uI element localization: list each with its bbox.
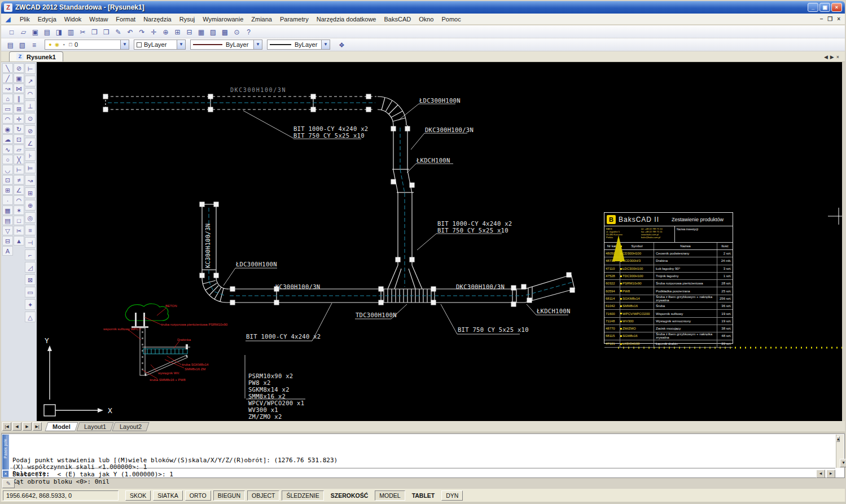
dim-edit-icon[interactable]: ≡ <box>25 225 36 235</box>
color-picker-icon[interactable]: ❖ <box>336 40 348 50</box>
save-icon[interactable]: ▣ <box>29 27 41 37</box>
chevron-down-icon[interactable]: ▼ <box>177 40 185 49</box>
wipeout-icon[interactable]: ▽ <box>2 226 13 235</box>
layout-nav-icon[interactable]: ▶| <box>33 422 42 431</box>
status-toggle-button[interactable]: SKOK <box>125 490 151 501</box>
dim-radius-icon[interactable]: ⊙ <box>25 113 36 124</box>
make-block-icon[interactable]: ⊞ <box>2 185 13 195</box>
elbow-top-right[interactable] <box>378 97 406 125</box>
dim-leader-icon[interactable]: ⊞ <box>25 187 36 198</box>
scroll-right-icon[interactable]: ▶ <box>826 470 835 478</box>
command-prompt[interactable]: Polecenie: <box>12 470 50 477</box>
tab-scroll-left-icon[interactable]: ◀ <box>824 54 828 60</box>
status-toggle-button[interactable]: DYN <box>441 490 463 501</box>
move-icon[interactable]: ✛ <box>14 114 24 124</box>
dim-tolerance-icon[interactable]: ⊕ <box>25 200 36 211</box>
menu-item[interactable]: Plik <box>16 14 34 24</box>
dim-baseline-icon[interactable]: ⊨ <box>25 163 36 173</box>
dim-angular-icon[interactable]: ∠ <box>25 138 36 148</box>
title-bar[interactable]: Z ZWCAD 2012 Standardowa - [Rysunek1] _ … <box>1 1 845 14</box>
lineweight-combobox[interactable]: ByLayer ▼ <box>267 40 330 50</box>
hatch-edit-icon[interactable]: ▲ <box>14 236 24 246</box>
child-restore-button[interactable]: ❐ <box>827 16 832 22</box>
explode-icon[interactable]: ✶ <box>14 205 24 215</box>
status-toggle-button[interactable]: SIATKA <box>153 490 183 501</box>
tab-rysunek1[interactable]: Z Rysunek1 <box>9 51 63 62</box>
dim-break-icon[interactable]: ⊠ <box>25 274 36 285</box>
close-button[interactable]: × <box>831 3 842 12</box>
cable-tray-angled-run[interactable] <box>525 275 575 303</box>
trim-icon[interactable]: ╳ <box>14 155 24 164</box>
tab-close-icon[interactable]: × <box>836 54 839 60</box>
offset-icon[interactable]: ∥ <box>14 94 24 103</box>
erase-icon[interactable]: ⊘ <box>14 63 24 73</box>
dim-aligned-icon[interactable]: ↗ <box>25 76 36 86</box>
fillet-icon[interactable]: ◠ <box>14 195 24 205</box>
redo-icon[interactable]: ↷ <box>136 27 148 37</box>
menu-item[interactable]: Parametry <box>276 14 313 24</box>
rectangle-icon[interactable]: ▭ <box>2 104 13 113</box>
layer-states-icon[interactable]: ≡ <box>28 40 40 50</box>
layer-combobox[interactable]: ● ◉ ▪ □ 0 ▼ <box>45 40 129 50</box>
menu-item[interactable]: Zmiana <box>247 14 276 24</box>
color-combobox[interactable]: ByLayer ▼ <box>134 40 186 50</box>
menu-item[interactable]: Widok <box>60 14 86 24</box>
menu-item[interactable]: Edycja <box>34 14 60 24</box>
zoom-realtime-icon[interactable]: ⊕ <box>160 27 172 37</box>
toolbars-icon[interactable]: ▦ <box>195 27 207 37</box>
scroll-down-icon[interactable]: ▼ <box>840 459 846 467</box>
undo-icon[interactable]: ↶ <box>124 27 136 37</box>
matchprop-icon[interactable]: ✎ <box>112 27 124 37</box>
status-toggle-button[interactable]: SZEROKOŚĆ <box>326 490 373 501</box>
publish-icon[interactable]: ▥ <box>65 27 77 37</box>
layout-nav-icon[interactable]: |◀ <box>2 422 11 431</box>
copy-object-icon[interactable]: ▣ <box>14 73 24 83</box>
ellipse-arc-icon[interactable]: ◡ <box>2 165 13 174</box>
dim-quick-icon[interactable]: ⊦ <box>25 150 36 161</box>
open-icon[interactable]: ▱ <box>17 27 29 37</box>
polygon-icon[interactable]: ⌂ <box>2 94 13 103</box>
insert-block-icon[interactable]: ⊡ <box>2 175 13 185</box>
cut-icon[interactable]: ✂ <box>77 27 89 37</box>
pan-icon[interactable]: ✛ <box>148 27 160 37</box>
command-close-icon[interactable]: × <box>2 470 9 477</box>
layout-tab[interactable]: Model <box>45 422 78 431</box>
menu-item[interactable]: Narzędzia <box>139 14 176 24</box>
dim-linear-icon[interactable]: ⊢ <box>25 63 36 74</box>
menu-item[interactable]: Okno <box>415 14 437 24</box>
menu-item[interactable]: Wymiarowanie <box>199 14 247 24</box>
point-icon[interactable]: ∙ <box>2 195 13 205</box>
menu-item[interactable]: Format <box>112 14 139 24</box>
menu-item[interactable]: BaksCAD <box>380 14 415 24</box>
status-toggle-button[interactable]: MODEL <box>375 490 405 501</box>
scale-icon[interactable]: ⊡ <box>14 134 24 144</box>
layout-nav-icon[interactable]: ▶ <box>23 422 32 431</box>
drawing-canvas[interactable]: DKC300H100/3N BIT 1000-CY 4x240 x2BIT 75… <box>37 62 842 421</box>
mirror-icon[interactable]: ⋈ <box>14 84 24 93</box>
command-panel-titlebar[interactable]: Pasek pole... <box>2 435 9 470</box>
extend-icon[interactable]: ⊢ <box>14 165 24 174</box>
line-icon[interactable]: ╲ <box>2 63 13 73</box>
restore-button[interactable]: ▣ <box>819 3 830 12</box>
menu-item[interactable]: Rysuj <box>176 14 199 24</box>
revcloud-icon[interactable]: ☁ <box>2 134 13 144</box>
layer-properties-icon[interactable]: ▤ <box>5 40 16 50</box>
properties-icon[interactable]: ▨ <box>207 27 219 37</box>
chevron-down-icon[interactable]: ▼ <box>321 40 330 49</box>
break-icon[interactable]: ≠ <box>14 175 24 185</box>
spline-icon[interactable]: ∿ <box>2 144 13 154</box>
child-close-button[interactable]: × <box>837 16 840 22</box>
menu-item[interactable]: Pomoc <box>437 14 464 24</box>
minimize-button[interactable]: _ <box>808 3 818 12</box>
dim-ordinate-icon[interactable]: ⊥ <box>25 100 36 111</box>
status-toggle-button[interactable]: ŚLEDZENIE <box>282 490 323 501</box>
dim-arc-icon[interactable]: ◠ <box>25 88 36 99</box>
dim-inspect-icon[interactable]: ✦ <box>25 299 36 310</box>
status-toggle-button[interactable]: TABLET <box>407 490 440 501</box>
gradient-icon[interactable]: ▤ <box>2 216 13 225</box>
text-icon[interactable]: A <box>2 246 13 256</box>
dim-style-icon[interactable]: ◿ <box>25 262 36 273</box>
dim-diameter-icon[interactable]: ⊘ <box>25 125 36 136</box>
zoom-previous-icon[interactable]: ⊟ <box>183 27 195 37</box>
dim-center-icon[interactable]: ◎ <box>25 212 36 223</box>
